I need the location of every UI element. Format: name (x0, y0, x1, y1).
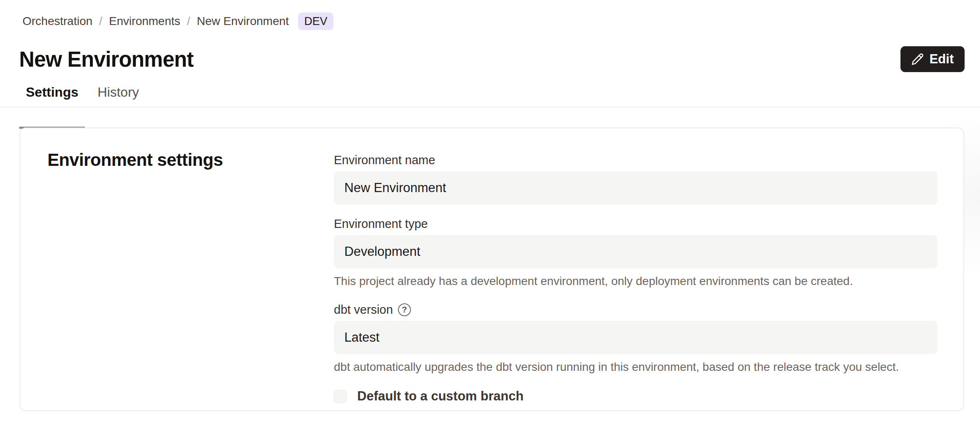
environment-settings-card: Environment settings Environment name En… (20, 128, 964, 411)
dbt-version-label-text: dbt version (334, 303, 393, 317)
dev-environment-badge: DEV (298, 12, 334, 30)
tab-settings[interactable]: Settings (19, 84, 85, 107)
environment-name-input[interactable] (334, 171, 938, 205)
environment-type-label-text: Environment type (334, 217, 428, 231)
page-title: New Environment (19, 47, 194, 72)
environment-name-field: Environment name (334, 153, 938, 205)
pencil-icon (911, 53, 924, 65)
environment-type-label: Environment type (334, 217, 938, 231)
environment-type-field: Environment type This project already ha… (334, 217, 938, 288)
edit-button-label: Edit (929, 52, 954, 67)
edit-button[interactable]: Edit (900, 46, 965, 72)
breadcrumb-orchestration[interactable]: Orchestration (22, 15, 92, 28)
tab-settings-label: Settings (26, 85, 78, 100)
environment-settings-form: Environment name Environment type This p… (334, 153, 938, 404)
environment-type-input[interactable] (334, 235, 938, 268)
dbt-version-field: dbt version ? dbt automatically upgrades… (334, 303, 938, 374)
page-header: New Environment Edit (19, 46, 965, 72)
environment-name-label: Environment name (334, 153, 938, 167)
breadcrumb: Orchestration / Environments / New Envir… (22, 12, 333, 30)
breadcrumb-separator: / (99, 15, 102, 28)
breadcrumb-new-environment[interactable]: New Environment (197, 15, 289, 28)
tab-bar: Settings History (19, 84, 146, 107)
custom-branch-label: Default to a custom branch (357, 389, 524, 404)
help-icon[interactable]: ? (398, 303, 411, 316)
environment-type-helper-text: This project already has a development e… (334, 275, 938, 288)
tab-bar-divider (0, 107, 980, 108)
tab-history-label: History (97, 85, 139, 100)
breadcrumb-environments[interactable]: Environments (109, 15, 180, 28)
breadcrumb-separator: / (187, 15, 190, 28)
dbt-version-helper-text: dbt automatically upgrades the dbt versi… (334, 360, 938, 374)
custom-branch-row: Default to a custom branch (334, 389, 938, 404)
environment-name-label-text: Environment name (334, 153, 435, 167)
tab-history[interactable]: History (91, 84, 146, 107)
environment-settings-heading: Environment settings (47, 150, 223, 170)
dbt-version-input[interactable] (334, 321, 938, 354)
dbt-version-label: dbt version ? (334, 303, 938, 317)
custom-branch-checkbox[interactable] (334, 390, 347, 403)
